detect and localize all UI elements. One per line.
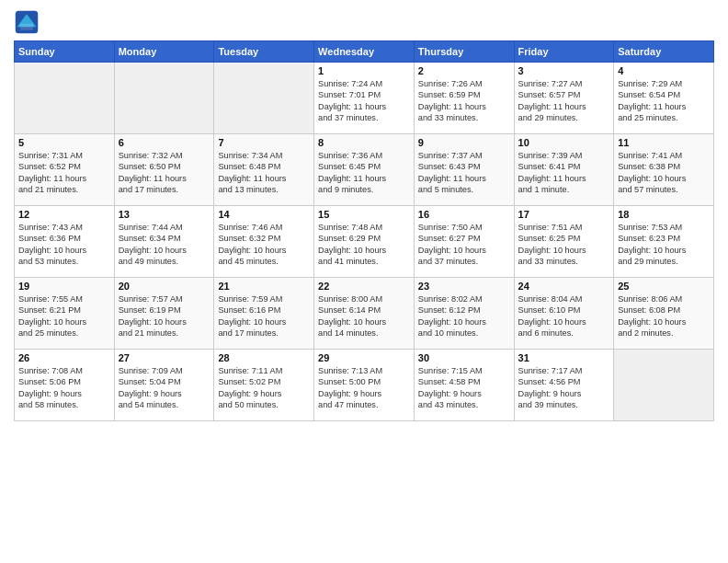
day-number: 27 [119,352,210,363]
day-info: Sunrise: 7:41 AM Sunset: 6:38 PM Dayligh… [618,150,710,196]
calendar-cell: 21Sunrise: 7:59 AM Sunset: 6:16 PM Dayli… [214,278,314,350]
day-number: 17 [518,209,610,220]
calendar-header-monday: Monday [114,41,214,63]
day-number: 24 [518,281,610,292]
day-number: 23 [418,281,510,292]
day-number: 5 [18,137,110,148]
day-number: 18 [618,209,710,220]
calendar-header-row: SundayMondayTuesdayWednesdayThursdayFrid… [15,41,714,63]
day-info: Sunrise: 8:02 AM Sunset: 6:12 PM Dayligh… [418,293,510,339]
calendar-week-4: 19Sunrise: 7:55 AM Sunset: 6:21 PM Dayli… [15,278,714,350]
day-number: 13 [119,209,210,220]
day-info: Sunrise: 8:04 AM Sunset: 6:10 PM Dayligh… [518,293,610,339]
day-info: Sunrise: 7:44 AM Sunset: 6:34 PM Dayligh… [119,222,210,268]
calendar-cell: 12Sunrise: 7:43 AM Sunset: 6:36 PM Dayli… [15,206,115,278]
day-info: Sunrise: 7:59 AM Sunset: 6:16 PM Dayligh… [218,293,310,339]
day-number: 28 [218,352,310,363]
day-info: Sunrise: 7:50 AM Sunset: 6:27 PM Dayligh… [418,222,510,268]
calendar-week-3: 12Sunrise: 7:43 AM Sunset: 6:36 PM Dayli… [15,206,714,278]
day-info: Sunrise: 7:39 AM Sunset: 6:41 PM Dayligh… [518,150,610,196]
calendar-cell: 17Sunrise: 7:51 AM Sunset: 6:25 PM Dayli… [514,206,614,278]
day-info: Sunrise: 7:48 AM Sunset: 6:29 PM Dayligh… [318,222,410,268]
day-info: Sunrise: 7:17 AM Sunset: 4:56 PM Dayligh… [518,365,610,411]
calendar-cell [614,350,714,421]
calendar-cell: 30Sunrise: 7:15 AM Sunset: 4:58 PM Dayli… [414,350,514,421]
logo-icon [14,9,40,35]
calendar-cell: 11Sunrise: 7:41 AM Sunset: 6:38 PM Dayli… [614,134,714,206]
header [14,9,714,35]
day-info: Sunrise: 7:34 AM Sunset: 6:48 PM Dayligh… [218,150,310,196]
svg-rect-2 [20,24,33,30]
calendar-cell: 20Sunrise: 7:57 AM Sunset: 6:19 PM Dayli… [114,278,214,350]
day-number: 8 [318,137,410,148]
day-number: 26 [18,352,110,363]
calendar-cell: 29Sunrise: 7:13 AM Sunset: 5:00 PM Dayli… [314,350,415,421]
calendar-week-1: 1Sunrise: 7:24 AM Sunset: 7:01 PM Daylig… [15,63,714,134]
day-info: Sunrise: 8:00 AM Sunset: 6:14 PM Dayligh… [318,293,410,339]
logo [14,9,43,35]
day-number: 20 [119,281,210,292]
calendar-cell: 28Sunrise: 7:11 AM Sunset: 5:02 PM Dayli… [214,350,314,421]
day-number: 4 [618,65,710,76]
calendar-cell: 23Sunrise: 8:02 AM Sunset: 6:12 PM Dayli… [414,278,514,350]
calendar-table: SundayMondayTuesdayWednesdayThursdayFrid… [14,40,714,421]
day-info: Sunrise: 7:08 AM Sunset: 5:06 PM Dayligh… [18,365,110,411]
calendar-cell: 8Sunrise: 7:36 AM Sunset: 6:45 PM Daylig… [314,134,415,206]
calendar-cell: 2Sunrise: 7:26 AM Sunset: 6:59 PM Daylig… [414,63,514,134]
calendar-week-2: 5Sunrise: 7:31 AM Sunset: 6:52 PM Daylig… [15,134,714,206]
day-number: 21 [218,281,310,292]
day-number: 31 [518,352,610,363]
calendar-header-friday: Friday [514,41,614,63]
day-info: Sunrise: 7:11 AM Sunset: 5:02 PM Dayligh… [218,365,310,411]
day-info: Sunrise: 7:55 AM Sunset: 6:21 PM Dayligh… [18,293,110,339]
calendar-header-saturday: Saturday [614,41,714,63]
day-number: 22 [318,281,410,292]
calendar-cell: 5Sunrise: 7:31 AM Sunset: 6:52 PM Daylig… [15,134,115,206]
calendar-cell: 24Sunrise: 8:04 AM Sunset: 6:10 PM Dayli… [514,278,614,350]
day-number: 15 [318,209,410,220]
day-info: Sunrise: 7:46 AM Sunset: 6:32 PM Dayligh… [218,222,310,268]
calendar-cell: 27Sunrise: 7:09 AM Sunset: 5:04 PM Dayli… [114,350,214,421]
calendar-header-thursday: Thursday [414,41,514,63]
day-info: Sunrise: 7:29 AM Sunset: 6:54 PM Dayligh… [618,78,710,124]
day-number: 14 [218,209,310,220]
calendar-cell: 3Sunrise: 7:27 AM Sunset: 6:57 PM Daylig… [514,63,614,134]
day-number: 11 [618,137,710,148]
calendar-cell [114,63,214,134]
calendar-cell: 4Sunrise: 7:29 AM Sunset: 6:54 PM Daylig… [614,63,714,134]
day-number: 2 [418,65,510,76]
calendar-cell: 15Sunrise: 7:48 AM Sunset: 6:29 PM Dayli… [314,206,415,278]
day-info: Sunrise: 7:24 AM Sunset: 7:01 PM Dayligh… [318,78,410,124]
calendar-cell: 14Sunrise: 7:46 AM Sunset: 6:32 PM Dayli… [214,206,314,278]
day-info: Sunrise: 7:57 AM Sunset: 6:19 PM Dayligh… [119,293,210,339]
calendar-cell [214,63,314,134]
day-number: 29 [318,352,410,363]
calendar-cell: 31Sunrise: 7:17 AM Sunset: 4:56 PM Dayli… [514,350,614,421]
day-number: 3 [518,65,610,76]
calendar-cell: 19Sunrise: 7:55 AM Sunset: 6:21 PM Dayli… [15,278,115,350]
day-number: 12 [18,209,110,220]
calendar-header-sunday: Sunday [15,41,115,63]
day-info: Sunrise: 7:26 AM Sunset: 6:59 PM Dayligh… [418,78,510,124]
day-info: Sunrise: 7:13 AM Sunset: 5:00 PM Dayligh… [318,365,410,411]
calendar-cell: 18Sunrise: 7:53 AM Sunset: 6:23 PM Dayli… [614,206,714,278]
calendar-cell: 25Sunrise: 8:06 AM Sunset: 6:08 PM Dayli… [614,278,714,350]
day-info: Sunrise: 7:43 AM Sunset: 6:36 PM Dayligh… [18,222,110,268]
day-number: 7 [218,137,310,148]
day-number: 19 [18,281,110,292]
day-number: 16 [418,209,510,220]
calendar-container: SundayMondayTuesdayWednesdayThursdayFrid… [0,0,728,431]
calendar-cell: 1Sunrise: 7:24 AM Sunset: 7:01 PM Daylig… [314,63,415,134]
day-info: Sunrise: 7:53 AM Sunset: 6:23 PM Dayligh… [618,222,710,268]
calendar-cell: 22Sunrise: 8:00 AM Sunset: 6:14 PM Dayli… [314,278,415,350]
day-number: 10 [518,137,610,148]
calendar-cell: 9Sunrise: 7:37 AM Sunset: 6:43 PM Daylig… [414,134,514,206]
calendar-header-tuesday: Tuesday [214,41,314,63]
day-info: Sunrise: 8:06 AM Sunset: 6:08 PM Dayligh… [618,293,710,339]
day-number: 6 [119,137,210,148]
calendar-week-5: 26Sunrise: 7:08 AM Sunset: 5:06 PM Dayli… [15,350,714,421]
calendar-cell: 6Sunrise: 7:32 AM Sunset: 6:50 PM Daylig… [114,134,214,206]
day-info: Sunrise: 7:27 AM Sunset: 6:57 PM Dayligh… [518,78,610,124]
day-number: 9 [418,137,510,148]
day-number: 30 [418,352,510,363]
